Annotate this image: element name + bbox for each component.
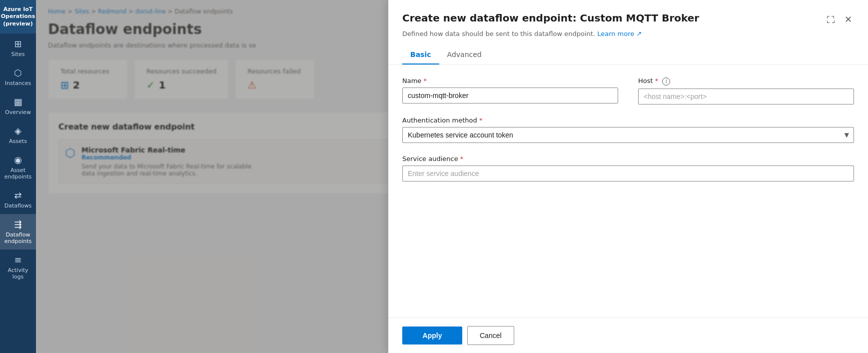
activity-logs-icon: ≡: [14, 254, 21, 265]
tab-basic[interactable]: Basic: [402, 46, 439, 64]
sidebar-item-overview[interactable]: ▦ Overview: [0, 92, 36, 120]
close-button[interactable]: ✕: [843, 12, 854, 27]
sidebar-item-label: Asset endpoints: [2, 167, 34, 180]
tab-advanced[interactable]: Advanced: [439, 46, 490, 64]
assets-icon: ◈: [14, 126, 21, 136]
sidebar-item-sites[interactable]: ⊞ Sites: [0, 34, 36, 62]
sidebar-item-label: Sites: [11, 51, 25, 58]
panel-footer: Apply Cancel: [388, 318, 868, 353]
panel-header: Create new dataflow endpoint: Custom MQT…: [388, 0, 868, 65]
name-host-row: Name * Host * i: [402, 77, 854, 104]
create-endpoint-panel: Create new dataflow endpoint: Custom MQT…: [388, 0, 868, 353]
host-group: Host * i: [638, 77, 854, 104]
sidebar-item-dataflow-endpoints[interactable]: ⇶ Dataflow endpoints: [0, 214, 36, 250]
sidebar-item-label: Dataflows: [4, 202, 32, 209]
dataflow-endpoints-icon: ⇶: [14, 219, 21, 230]
asset-endpoints-icon: ◉: [14, 154, 22, 165]
service-audience-label: Service audience *: [402, 155, 854, 162]
auth-group: Authentication method * Kubernetes servi…: [402, 116, 854, 143]
name-input[interactable]: [402, 88, 618, 104]
panel-title: Create new dataflow endpoint: Custom MQT…: [402, 12, 699, 24]
host-label: Host * i: [638, 77, 854, 86]
auth-label: Authentication method *: [402, 116, 854, 124]
sidebar: Azure IoT Operations (preview) ⊞ Sites ⬡…: [0, 0, 36, 353]
sidebar-item-label: Assets: [9, 138, 27, 144]
service-audience-group: Service audience *: [402, 155, 854, 182]
cancel-button[interactable]: Cancel: [467, 326, 514, 345]
sidebar-item-label: Overview: [5, 109, 31, 116]
sidebar-item-label: Dataflow endpoints: [2, 232, 34, 244]
sites-icon: ⊞: [14, 38, 21, 49]
name-required: *: [424, 77, 427, 84]
name-group: Name *: [402, 77, 618, 104]
dataflows-icon: ⇄: [14, 190, 21, 200]
tabs: Basic Advanced: [402, 46, 854, 64]
panel-subtitle: Defined how data should be sent to this …: [402, 30, 854, 38]
auth-select-wrapper: Kubernetes service account token X.509 c…: [402, 127, 854, 143]
service-audience-input[interactable]: [402, 166, 854, 182]
sidebar-item-dataflows[interactable]: ⇄ Dataflows: [0, 185, 36, 214]
auth-select[interactable]: Kubernetes service account token X.509 c…: [402, 127, 854, 143]
panel-body: Name * Host * i Authentication met: [388, 65, 868, 318]
apply-button[interactable]: Apply: [402, 326, 462, 344]
learn-more-link[interactable]: Learn more ↗: [597, 30, 642, 38]
sidebar-item-label: Instances: [5, 80, 31, 86]
host-input[interactable]: [638, 88, 854, 104]
expand-button[interactable]: [825, 14, 837, 26]
sidebar-item-activity-logs[interactable]: ≡ Activity logs: [0, 250, 36, 285]
auth-required: *: [479, 116, 483, 124]
main-content: Home > Sites > Redmond > donut-line > Da…: [36, 0, 868, 353]
instances-icon: ⬡: [14, 68, 22, 78]
sidebar-item-assets[interactable]: ◈ Assets: [0, 120, 36, 150]
name-label: Name *: [402, 77, 618, 84]
sidebar-item-label: Activity logs: [2, 267, 34, 280]
sidebar-item-asset-endpoints[interactable]: ◉ Asset endpoints: [0, 150, 36, 185]
app-title: Azure IoT Operations (preview): [0, 0, 36, 34]
host-required: *: [655, 77, 659, 84]
sidebar-item-instances[interactable]: ⬡ Instances: [0, 62, 36, 92]
host-info-icon[interactable]: i: [662, 78, 670, 86]
service-audience-required: *: [460, 155, 464, 162]
overview-icon: ▦: [13, 96, 22, 107]
